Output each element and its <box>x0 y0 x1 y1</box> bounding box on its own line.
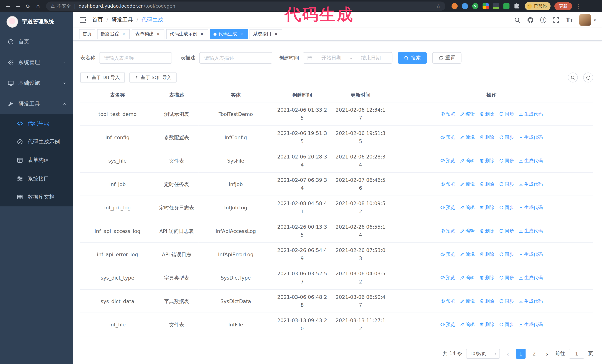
preview-link[interactable]: 预览 <box>440 110 455 118</box>
generate-code-link[interactable]: 生成代码 <box>518 133 543 141</box>
bookmark-star-icon[interactable]: ☆ <box>436 3 441 9</box>
generate-code-link[interactable]: 生成代码 <box>518 297 543 305</box>
generate-code-link[interactable]: 生成代码 <box>518 203 543 212</box>
breadcrumb-dev-tools[interactable]: 研发工具 <box>111 16 133 23</box>
preview-link[interactable]: 预览 <box>440 133 455 141</box>
tab-close-icon[interactable]: × <box>155 31 161 37</box>
tab-close-icon[interactable]: × <box>199 31 205 37</box>
preview-link[interactable]: 预览 <box>440 321 455 329</box>
submenu-item-system-api[interactable]: 系统接口 <box>0 170 73 188</box>
edit-link[interactable]: 编辑 <box>460 110 475 118</box>
delete-link[interactable]: 删除 <box>479 180 494 188</box>
edit-link[interactable]: 编辑 <box>460 250 475 259</box>
edit-link[interactable]: 编辑 <box>460 321 475 329</box>
search-button[interactable]: 搜索 <box>398 52 427 64</box>
extension-icon-grid[interactable] <box>483 3 489 9</box>
delete-link[interactable]: 删除 <box>479 157 494 165</box>
delete-link[interactable]: 删除 <box>479 133 494 141</box>
generate-code-link[interactable]: 生成代码 <box>518 227 543 235</box>
browser-forward-icon[interactable]: → <box>13 1 23 11</box>
tab-form-builder[interactable]: 表单构建 × <box>132 29 164 39</box>
preview-link[interactable]: 预览 <box>440 227 455 235</box>
edit-link[interactable]: 编辑 <box>460 180 475 188</box>
submenu-item-codegen[interactable]: 代码生成 <box>0 114 73 133</box>
tab-system-api[interactable]: 系统接口 × <box>249 29 282 39</box>
sidebar-toggle-icon[interactable] <box>79 16 87 24</box>
edit-link[interactable]: 编辑 <box>460 227 475 235</box>
browser-menu-kebab-icon[interactable]: ⋮ <box>576 3 581 9</box>
browser-profile-badge[interactable]: 已暂停 <box>525 2 550 10</box>
user-avatar[interactable] <box>580 14 591 26</box>
generate-code-link[interactable]: 生成代码 <box>518 274 543 282</box>
breadcrumb-home[interactable]: 首页 <box>92 16 103 23</box>
tab-trace[interactable]: 链路追踪 × <box>97 29 130 39</box>
goto-page-input[interactable] <box>569 349 584 359</box>
generate-code-link[interactable]: 生成代码 <box>518 250 543 259</box>
import-db-button[interactable]: 基于 DB 导入 <box>80 72 125 83</box>
sync-link[interactable]: 同步 <box>499 321 514 329</box>
page-number-2[interactable]: 2 <box>529 349 539 359</box>
generate-code-link[interactable]: 生成代码 <box>518 180 543 188</box>
sync-link[interactable]: 同步 <box>499 227 514 235</box>
tab-close-icon[interactable]: × <box>273 31 279 37</box>
delete-link[interactable]: 删除 <box>479 297 494 305</box>
github-icon[interactable] <box>527 17 534 23</box>
page-size-select[interactable]: 10条/页 ▾ <box>466 349 500 359</box>
fullscreen-icon[interactable] <box>553 17 559 23</box>
delete-link[interactable]: 删除 <box>479 227 494 235</box>
delete-link[interactable]: 删除 <box>479 274 494 282</box>
edit-link[interactable]: 编辑 <box>460 274 475 282</box>
preview-link[interactable]: 预览 <box>440 274 455 282</box>
sync-link[interactable]: 同步 <box>499 110 514 118</box>
import-sql-button[interactable]: 基于 SQL 导入 <box>129 72 177 83</box>
date-start-input[interactable]: 开始日期 <box>314 54 349 61</box>
sync-link[interactable]: 同步 <box>499 250 514 259</box>
submenu-item-db-doc[interactable]: 数据库文档 <box>0 188 73 206</box>
sidebar-item-home[interactable]: 首页 <box>0 31 73 52</box>
preview-link[interactable]: 预览 <box>440 250 455 259</box>
extension-icon-dark[interactable] <box>493 3 499 9</box>
generate-code-link[interactable]: 生成代码 <box>518 157 543 165</box>
table-desc-input[interactable] <box>199 52 272 64</box>
tab-close-icon[interactable]: × <box>239 31 244 37</box>
font-size-icon[interactable]: TT <box>566 16 573 23</box>
date-end-input[interactable]: 结束日期 <box>354 54 388 61</box>
delete-link[interactable]: 删除 <box>479 110 494 118</box>
sync-link[interactable]: 同步 <box>499 203 514 212</box>
tab-close-icon[interactable]: × <box>121 31 126 37</box>
sidebar-item-dev-tools[interactable]: 研发工具 <box>0 94 73 114</box>
sync-link[interactable]: 同步 <box>499 180 514 188</box>
next-page-button[interactable]: › <box>543 349 551 359</box>
preview-link[interactable]: 预览 <box>440 203 455 212</box>
generate-code-link[interactable]: 生成代码 <box>518 110 543 118</box>
delete-link[interactable]: 删除 <box>479 321 494 329</box>
browser-back-icon[interactable]: ← <box>3 1 13 11</box>
sync-link[interactable]: 同步 <box>499 297 514 305</box>
extension-icon-orange[interactable] <box>452 3 458 9</box>
edit-link[interactable]: 编辑 <box>460 157 475 165</box>
extension-icon-green[interactable] <box>503 3 509 9</box>
tab-home[interactable]: 首页 <box>79 29 95 39</box>
edit-link[interactable]: 编辑 <box>460 133 475 141</box>
preview-link[interactable]: 预览 <box>440 297 455 305</box>
extension-icon-v[interactable]: V <box>472 3 478 9</box>
sync-link[interactable]: 同步 <box>499 133 514 141</box>
generate-code-link[interactable]: 生成代码 <box>518 321 543 329</box>
avatar-caret-down-icon[interactable]: ▾ <box>594 18 596 22</box>
extensions-puzzle-icon[interactable] <box>514 3 520 9</box>
extension-icon-blue[interactable] <box>462 3 468 9</box>
sync-link[interactable]: 同步 <box>499 274 514 282</box>
toggle-search-button[interactable] <box>568 73 578 83</box>
edit-link[interactable]: 编辑 <box>460 203 475 212</box>
page-number-1[interactable]: 1 <box>516 349 526 359</box>
refresh-table-button[interactable] <box>583 73 593 83</box>
submenu-item-form-builder[interactable]: 表单构建 <box>0 151 73 169</box>
sync-link[interactable]: 同步 <box>499 157 514 165</box>
browser-update-button[interactable]: 更新 <box>554 2 572 10</box>
search-icon[interactable] <box>514 17 521 23</box>
table-name-input[interactable] <box>99 52 172 64</box>
address-bar[interactable]: ⚠ 不安全 | dashboard.yudao.iocoder.cn/tool/… <box>46 1 445 11</box>
browser-home-icon[interactable]: ⌂ <box>33 1 43 11</box>
prev-page-button[interactable]: ‹ <box>504 349 512 359</box>
help-icon[interactable]: ? <box>540 17 547 23</box>
